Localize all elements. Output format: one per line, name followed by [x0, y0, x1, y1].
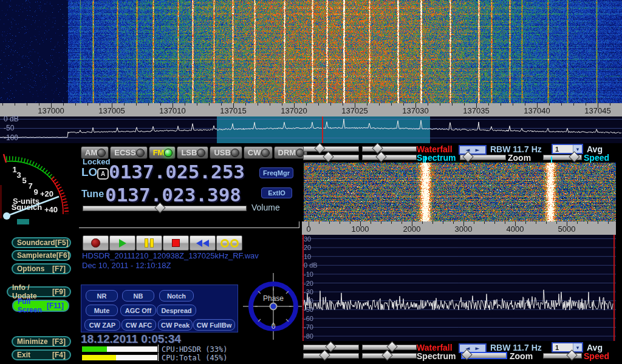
spectrum-label-2[interactable]: Spectrum	[417, 351, 456, 361]
mode-led	[164, 149, 173, 157]
avg-dropdown[interactable]: 1 ▾	[552, 144, 583, 154]
spec-range-slider[interactable]	[303, 155, 359, 160]
tune-label: Tune	[81, 189, 104, 200]
speed-label-2: Speed	[584, 351, 609, 361]
db-label: -80	[304, 332, 313, 340]
mute-button[interactable]: Mute	[86, 305, 118, 316]
db-label: -30	[304, 288, 313, 295]
spec-offset-slider-2[interactable]	[362, 353, 417, 359]
db-label: -60	[304, 315, 313, 322]
db-label: 30	[304, 235, 311, 243]
lo-frequency-display[interactable]: 0137.025.253	[109, 161, 245, 183]
squelch-indicator[interactable]	[17, 219, 29, 224]
mode-label: ECSS	[114, 148, 135, 157]
mode-lsb-button[interactable]: LSB	[177, 146, 208, 159]
main-frequency-scale[interactable]: 137000 137005 137010 137015 137020 13702…	[0, 103, 622, 116]
db-label: 0 dB	[304, 261, 318, 269]
notch-button[interactable]: Notch	[159, 290, 194, 302]
spinner-right-icon[interactable]: ►	[476, 346, 480, 351]
freqmgr-button[interactable]: FreqMgr	[259, 167, 293, 178]
pause-button[interactable]	[136, 235, 162, 251]
nb-button[interactable]: NB	[122, 290, 154, 302]
slider-thumb[interactable]	[314, 143, 325, 153]
exit-button[interactable]: Exit[F4]	[12, 349, 71, 360]
audio-tick-label: 0	[306, 224, 310, 234]
audio-tick-label: 4000	[507, 224, 524, 234]
zoom-slider-2-focused[interactable]	[461, 352, 507, 359]
extio-button[interactable]: ExtIO	[261, 187, 292, 198]
zoom-slider[interactable]	[460, 155, 506, 160]
slider-thumb[interactable]	[323, 151, 333, 162]
record-button[interactable]	[83, 235, 109, 251]
audio-waterfall[interactable]	[304, 163, 616, 221]
cw-fullbw-button[interactable]: CW FullBw	[193, 319, 235, 331]
volume-label: Volume	[251, 203, 280, 212]
mode-drm-button[interactable]: DRM	[274, 146, 308, 159]
tune-frequency-display[interactable]: 0137.023.398	[105, 184, 241, 206]
play-button[interactable]	[109, 235, 135, 251]
smeter-needle-pivot	[3, 212, 10, 220]
options-button[interactable]: Options[F7]	[12, 263, 71, 274]
tape-button[interactable]	[216, 235, 242, 251]
audio-spectrum[interactable]	[302, 235, 616, 341]
main-waterfall[interactable]	[0, 0, 622, 103]
info-update-button[interactable]: Info / Update[F9]	[7, 286, 71, 297]
lo-a-badge[interactable]: A	[97, 168, 109, 180]
button-label: Samplerate	[17, 251, 56, 260]
stop-button[interactable]	[163, 235, 189, 251]
db-label: -20	[304, 280, 313, 287]
freq-tick-label: 137030	[402, 106, 428, 115]
button-key: [F5]	[55, 238, 69, 247]
hdsdr-window: 137000 137005 137010 137015 137020 13702…	[0, 0, 622, 364]
clock: 18.12.2011 0:05:34	[81, 332, 181, 346]
avg-dropdown-2[interactable]: 1 ▾	[552, 342, 583, 352]
rbw-spinner[interactable]: ◄►	[459, 145, 487, 155]
soundcard-button[interactable]: Soundcard[F5]	[12, 237, 71, 248]
db-label: -50	[4, 124, 14, 132]
chevron-down-icon[interactable]: ▾	[573, 343, 582, 351]
mode-label: LSB	[181, 148, 197, 157]
spec-range-slider-2[interactable]	[303, 353, 359, 359]
slider-thumb[interactable]	[319, 349, 330, 360]
main-spectrum[interactable]: 0 dB -50 -100	[0, 116, 622, 143]
agc-button[interactable]: AGC Off	[120, 305, 156, 316]
wf-brightness-slider[interactable]	[362, 146, 417, 152]
button-key: [F3]	[52, 337, 66, 346]
mode-led	[197, 149, 205, 157]
audio-tick-label: 3000	[455, 224, 473, 234]
minimize-button[interactable]: Minimize[F3]	[12, 336, 71, 347]
db-label: -100	[4, 133, 18, 142]
mode-usb-button[interactable]: USB	[210, 146, 242, 159]
slider-thumb[interactable]	[325, 341, 336, 352]
cpu-hdsdr-label: CPU:HDSDR (33%)	[162, 345, 227, 354]
cw-afc-button[interactable]: CW AFC	[121, 319, 156, 331]
wf-brightness-slider-2[interactable]	[362, 345, 417, 350]
cw-peak-button[interactable]: CW Peak	[158, 319, 193, 331]
button-label: Exit	[17, 351, 30, 359]
mode-ecss-button[interactable]: ECSS	[110, 146, 147, 159]
speed-slider[interactable]	[543, 155, 582, 160]
button-key: [F11]	[47, 302, 64, 310]
button-label: Options	[17, 265, 44, 273]
mode-fm-button[interactable]: FM	[149, 146, 176, 159]
db-label: -70	[304, 323, 313, 331]
nr-button[interactable]: NR	[86, 290, 118, 302]
smeter-tick-label: 3	[16, 170, 21, 180]
speed-slider-2[interactable]	[543, 353, 582, 359]
button-key: [F4]	[52, 351, 66, 359]
zoom-label: Zoom	[508, 153, 531, 163]
spectrum-label[interactable]: Spectrum	[417, 153, 456, 163]
wf-contrast-slider[interactable]	[303, 146, 359, 152]
cw-zap-button[interactable]: CW ZAP	[84, 319, 120, 331]
mode-cw-button[interactable]: CW	[244, 146, 273, 159]
wf-contrast-slider-2[interactable]	[303, 345, 359, 350]
spinner-right-icon[interactable]: ►	[476, 147, 480, 153]
button-key: [F9]	[52, 288, 66, 296]
spec-offset-slider[interactable]	[362, 155, 417, 160]
fullscreen-button[interactable]: Full Screen[F11]	[12, 300, 69, 312]
samplerate-button[interactable]: Samplerate[F6]	[12, 250, 71, 261]
smeter-tick-label: 9	[33, 187, 38, 197]
rewind-button[interactable]	[190, 235, 216, 251]
despread-button[interactable]: Despread	[157, 305, 196, 316]
volume-slider[interactable]	[83, 206, 247, 211]
